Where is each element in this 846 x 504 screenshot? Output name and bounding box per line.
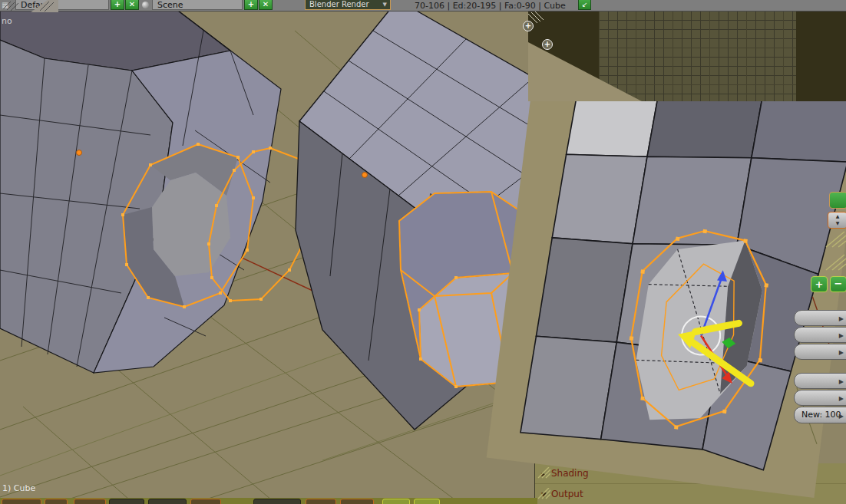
panel-green-toggle[interactable] xyxy=(829,192,846,209)
remove-item-button[interactable]: − xyxy=(830,276,846,292)
expand-region-icon[interactable]: + xyxy=(523,21,534,31)
chevron-down-icon: ▼ xyxy=(383,0,387,9)
right-arrow-icon: ▶ xyxy=(839,345,844,360)
value-stepper[interactable]: ▲ ▼ xyxy=(828,212,846,229)
window-link-icon-button[interactable]: ↙ xyxy=(578,0,591,10)
stepper-down-icon[interactable]: ▼ xyxy=(828,219,846,226)
add-item-button[interactable]: + xyxy=(811,276,828,292)
panel-arrow-button[interactable]: ▶ xyxy=(794,373,846,389)
add-layout-button[interactable]: + xyxy=(111,0,124,10)
add-scene-button[interactable]: + xyxy=(244,0,258,10)
panel-grips[interactable] xyxy=(821,230,846,276)
paste-edge-band xyxy=(0,0,846,153)
right-arrow-icon: ▶ xyxy=(839,374,844,389)
object-origin-dot xyxy=(362,173,368,178)
panel-grip-icon[interactable] xyxy=(535,488,550,500)
panel-arrow-button[interactable]: ▶ xyxy=(794,310,846,326)
info-header: ▦ Default + ✕ Scene + ✕ Blender Render ▼… xyxy=(0,0,846,12)
scene-field[interactable]: Scene xyxy=(152,0,243,10)
expand-region-icon[interactable]: + xyxy=(542,39,553,50)
right-arrow-icon: ▶ xyxy=(839,391,844,406)
render-engine-dropdown[interactable]: Blender Render ▼ xyxy=(305,0,391,10)
right-arrow-icon: ▶ xyxy=(839,328,844,343)
panel-arrow-button[interactable]: ▶ xyxy=(794,327,846,343)
scene-statistics: 70-106 | Ed:20-195 | Fa:0-90 | Cube xyxy=(415,1,566,11)
new-button[interactable]: New: 100 ▶ xyxy=(794,407,846,423)
paste-corner-hatch xyxy=(0,0,92,12)
active-object-label: 1) Cube xyxy=(2,483,35,493)
right-arrow-icon: ▶ xyxy=(839,409,844,424)
panel-grip-icon[interactable] xyxy=(535,467,550,479)
stepper-up-icon[interactable]: ▲ xyxy=(828,212,846,219)
right-arrow-icon: ▶ xyxy=(839,311,844,326)
scene-icon xyxy=(142,2,149,8)
delete-layout-button[interactable]: ✕ xyxy=(125,0,139,10)
viewport-header-sliver[interactable] xyxy=(0,498,537,504)
panel-arrow-button[interactable]: ▶ xyxy=(794,344,846,360)
delete-scene-button[interactable]: ✕ xyxy=(259,0,273,10)
panel-arrow-button[interactable]: ▶ xyxy=(794,390,846,406)
blender-window: no 1) Cube ►Shading ▼Output xyxy=(0,0,846,504)
